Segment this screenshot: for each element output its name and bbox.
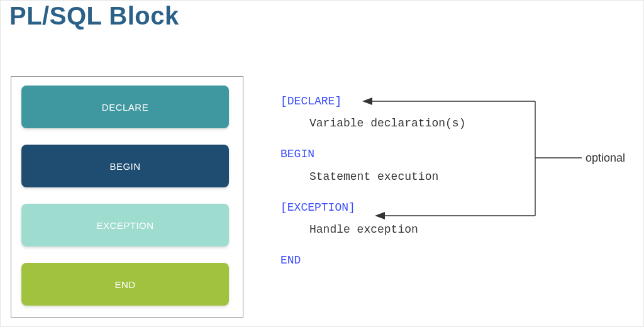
bracket-right: ]	[335, 95, 341, 108]
declare-body: Variable declaration(s)	[280, 116, 545, 131]
end-block: END	[21, 263, 229, 306]
exception-row: [EXCEPTION]	[280, 200, 545, 216]
optional-annotation: optional	[586, 152, 625, 165]
begin-row: BEGIN	[280, 147, 545, 162]
begin-block: BEGIN	[21, 145, 229, 187]
end-row: END	[280, 253, 545, 269]
end-keyword: END	[280, 254, 301, 267]
declare-keyword: DECLARE	[287, 95, 335, 108]
exception-body: Handle exception	[280, 222, 545, 238]
syntax-outline: [DECLARE] Variable declaration(s) BEGIN …	[280, 94, 545, 275]
exception-keyword: EXCEPTION	[287, 201, 348, 214]
begin-keyword: BEGIN	[280, 148, 314, 160]
page-title: PL/SQL Block	[9, 2, 179, 30]
bracket-left: [	[280, 201, 287, 214]
declare-block-label: DECLARE	[102, 102, 148, 113]
plsql-block-frame: DECLARE BEGIN EXCEPTION END	[11, 76, 243, 318]
begin-body: Statement execution	[280, 169, 545, 185]
declare-block: DECLARE	[21, 86, 229, 128]
begin-block-label: BEGIN	[109, 161, 140, 172]
end-block-label: END	[114, 279, 135, 290]
exception-block-label: EXCEPTION	[96, 220, 153, 231]
declare-row: [DECLARE]	[280, 94, 545, 109]
exception-block: EXCEPTION	[21, 204, 229, 247]
diagram-page: PL/SQL Block DECLARE BEGIN EXCEPTION END…	[0, 0, 644, 327]
bracket-right: ]	[348, 201, 355, 214]
bracket-left: [	[280, 95, 287, 108]
